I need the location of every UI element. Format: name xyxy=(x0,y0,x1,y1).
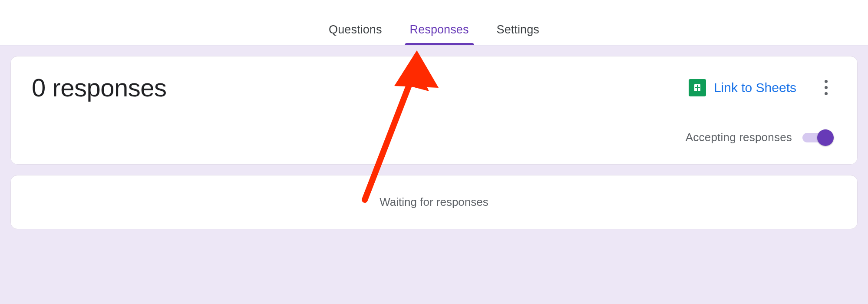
tab-settings[interactable]: Settings xyxy=(483,15,553,45)
tabs-bar: Questions Responses Settings xyxy=(0,0,868,46)
sheets-icon xyxy=(689,79,706,96)
more-options-button[interactable] xyxy=(815,77,836,98)
toggle-thumb xyxy=(817,129,834,146)
responses-summary-card: 0 responses Link to Sheets xyxy=(10,56,858,165)
tab-responses[interactable]: Responses xyxy=(396,15,483,45)
accepting-responses-toggle[interactable] xyxy=(802,132,834,143)
link-to-sheets-label: Link to Sheets xyxy=(714,80,796,95)
waiting-for-responses-text: Waiting for responses xyxy=(380,195,488,208)
more-vert-icon xyxy=(825,80,828,95)
responses-work-area: 0 responses Link to Sheets xyxy=(0,46,868,304)
accepting-responses-label: Accepting responses xyxy=(686,131,792,144)
waiting-for-responses-card: Waiting for responses xyxy=(10,175,858,229)
responses-count-heading: 0 responses xyxy=(32,73,166,102)
link-to-sheets-button[interactable]: Link to Sheets xyxy=(689,79,796,96)
tab-questions[interactable]: Questions xyxy=(315,15,396,45)
